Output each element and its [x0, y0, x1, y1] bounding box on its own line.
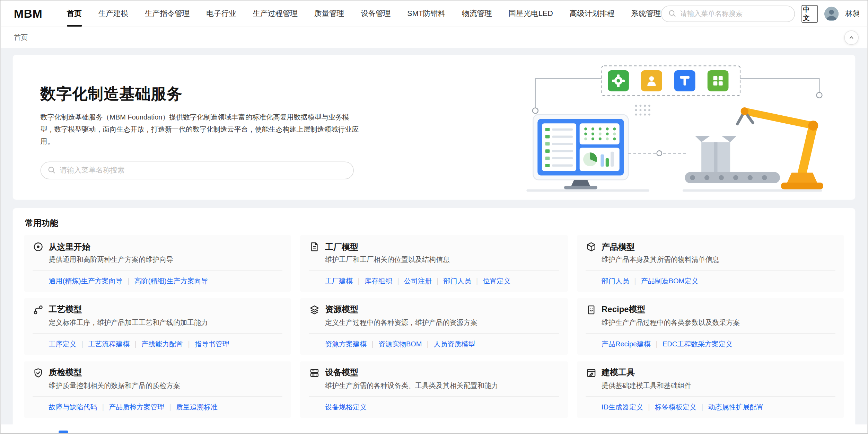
feature-links: 工序定义|工艺流程建模|产线能力配置|指导书管理: [49, 339, 283, 349]
feature-link[interactable]: 高阶(精细)生产方案向导: [134, 276, 208, 286]
nav-item[interactable]: 电子行业: [206, 1, 236, 27]
feature-description: 维护生产产品过程中的各类参数以及数采方案: [602, 318, 835, 328]
feature-links: 工厂建模|库存组织|公司注册|部门人员|位置定义: [325, 276, 559, 286]
factory-doc-icon: [309, 241, 320, 253]
feature-link[interactable]: 部门人员: [444, 276, 471, 286]
global-search[interactable]: [661, 5, 795, 22]
language-switch[interactable]: 中文: [801, 5, 818, 23]
link-separator: |: [656, 339, 657, 349]
feature-block: 产品模型维护产品本身及其所需的物料清单信息部门人员|产品制造BOM定义: [577, 235, 844, 292]
feature-link[interactable]: 产线能力配置: [141, 339, 183, 349]
feature-description: 提供通用和高阶两种生产方案的维护向导: [49, 255, 283, 265]
monitor-illustration: [533, 115, 628, 189]
link-separator: |: [169, 402, 171, 413]
feature-link[interactable]: 工序定义: [49, 339, 77, 349]
feature-link[interactable]: 标签模板定义: [655, 402, 696, 413]
feature-description: 定义生产过程中的各种资源，维护产品的资源方案: [325, 318, 559, 328]
feature-block: 从这里开始提供通用和高阶两种生产方案的维护向导通用(精炼)生产方案向导|高阶(精…: [24, 235, 291, 292]
nav-item[interactable]: 高级计划排程: [570, 1, 614, 27]
feature-title: 工艺模型: [49, 304, 82, 315]
nav-item[interactable]: 生产指令管理: [145, 1, 190, 27]
equipment-icon: [309, 367, 320, 378]
feature-link[interactable]: EDC工程数采方案定义: [663, 339, 733, 349]
feature-link[interactable]: 产品制造BOM定义: [641, 276, 698, 286]
section-title: 常用功能: [25, 218, 844, 228]
feature-link[interactable]: 资源实物BOM: [378, 339, 422, 349]
person-icon: [641, 70, 662, 91]
feature-link[interactable]: 质量追溯标准: [176, 402, 218, 413]
nav-item[interactable]: 国星光电LED: [509, 1, 553, 27]
feature-block: 建模工具提供基础建模工具和基础组件ID生成器定义|标签模板定义|动态属性扩展配置: [577, 361, 844, 418]
link-separator: |: [648, 402, 650, 413]
feature-link[interactable]: ID生成器定义: [602, 402, 643, 413]
link-separator: |: [437, 276, 438, 286]
feature-link[interactable]: 产品质检方案管理: [109, 402, 164, 413]
main-content: 数字化制造基础服务 数字化制造基础服务（MBM Foundation）提供数字化…: [1, 48, 868, 424]
user-avatar[interactable]: [824, 6, 839, 21]
feature-link[interactable]: 部门人员: [602, 276, 629, 286]
target-icon: [33, 241, 44, 253]
feature-links: 资源方案建模|资源实物BOM|人员资质模型: [325, 339, 559, 349]
nav-item[interactable]: 生产建模: [98, 1, 128, 27]
feature-link[interactable]: 位置定义: [483, 276, 511, 286]
recipe-icon: [586, 304, 597, 315]
divider: [309, 270, 559, 271]
feature-link[interactable]: 指导书管理: [195, 339, 229, 349]
feature-link[interactable]: 资源方案建模: [325, 339, 367, 349]
dots-decoration: [635, 105, 650, 115]
top-nav: 首页生产建模生产指令管理电子行业生产过程管理质量管理设备管理SMT防错料物流管理…: [67, 1, 661, 27]
modeling-tool-icon: [586, 367, 597, 378]
divider: [586, 333, 835, 334]
hero-search-input[interactable]: [60, 166, 347, 174]
feature-title: 从这里开始: [49, 241, 90, 252]
feature-links: 产品Recipe建模|EDC工程数采方案定义: [602, 339, 835, 349]
nav-item[interactable]: 质量管理: [314, 1, 344, 27]
nav-item[interactable]: 首页: [67, 1, 82, 27]
collapse-button[interactable]: [844, 30, 859, 45]
feature-link[interactable]: 设备规格定义: [325, 402, 367, 413]
feature-description: 提供基础建模工具和基础组件: [602, 381, 835, 391]
feature-link[interactable]: 公司注册: [404, 276, 432, 286]
common-functions-card: 常用功能 从这里开始提供通用和高阶两种生产方案的维护向导通用(精炼)生产方案向导…: [13, 208, 856, 428]
user-name[interactable]: 林昶: [845, 9, 860, 19]
link-separator: |: [372, 339, 374, 349]
grid-icon: [708, 70, 729, 91]
link-separator: |: [397, 276, 399, 286]
feature-links: 设备规格定义: [325, 402, 559, 413]
feature-link[interactable]: 通用(精炼)生产方案向导: [49, 276, 123, 286]
feature-title: 工厂模型: [325, 241, 358, 252]
global-search-input[interactable]: [680, 10, 788, 17]
feature-title: 资源模型: [325, 304, 358, 315]
nav-item[interactable]: 物流管理: [462, 1, 492, 27]
feature-title: Recipe模型: [602, 304, 646, 315]
breadcrumb-bar: 首页: [1, 27, 868, 48]
tool-icon: [674, 70, 695, 91]
feature-title: 设备模型: [325, 367, 358, 378]
link-separator: |: [188, 339, 190, 349]
app-window: MBM 首页生产建模生产指令管理电子行业生产过程管理质量管理设备管理SMT防错料…: [0, 0, 868, 434]
hero-search[interactable]: [41, 161, 354, 179]
breadcrumb[interactable]: 首页: [14, 33, 28, 42]
feature-link[interactable]: 动态属性扩展配置: [708, 402, 764, 413]
feature-links: ID生成器定义|标签模板定义|动态属性扩展配置: [602, 402, 835, 413]
nav-item[interactable]: 生产过程管理: [253, 1, 298, 27]
feature-link[interactable]: 人员资质模型: [433, 339, 475, 349]
feature-description: 定义标准工序，维护产品加工工艺和产线的加工能力: [49, 318, 283, 328]
link-separator: |: [358, 276, 360, 286]
feature-block: 资源模型定义生产过程中的各种资源，维护产品的资源方案资源方案建模|资源实物BOM…: [300, 298, 568, 355]
feature-description: 维护生产所需的各种设备类、工具类及其相关配置和能力: [325, 381, 559, 391]
search-icon: [668, 9, 676, 18]
nav-item[interactable]: 系统管理: [631, 1, 661, 27]
feature-link[interactable]: 故障与缺陷代码: [49, 402, 97, 413]
feature-link[interactable]: 工厂建模: [325, 276, 353, 286]
feature-grid: 从这里开始提供通用和高阶两种生产方案的维护向导通用(精炼)生产方案向导|高阶(精…: [24, 235, 844, 418]
feature-link[interactable]: 库存组织: [365, 276, 392, 286]
link-separator: |: [128, 276, 129, 286]
feature-link[interactable]: 工艺流程建模: [88, 339, 130, 349]
nav-item[interactable]: 设备管理: [361, 1, 391, 27]
top-bar: MBM 首页生产建模生产指令管理电子行业生产过程管理质量管理设备管理SMT防错料…: [1, 1, 868, 27]
divider: [309, 333, 559, 334]
bottom-widget: [59, 431, 68, 433]
nav-item[interactable]: SMT防错料: [407, 1, 445, 27]
feature-link[interactable]: 产品Recipe建模: [602, 339, 651, 349]
